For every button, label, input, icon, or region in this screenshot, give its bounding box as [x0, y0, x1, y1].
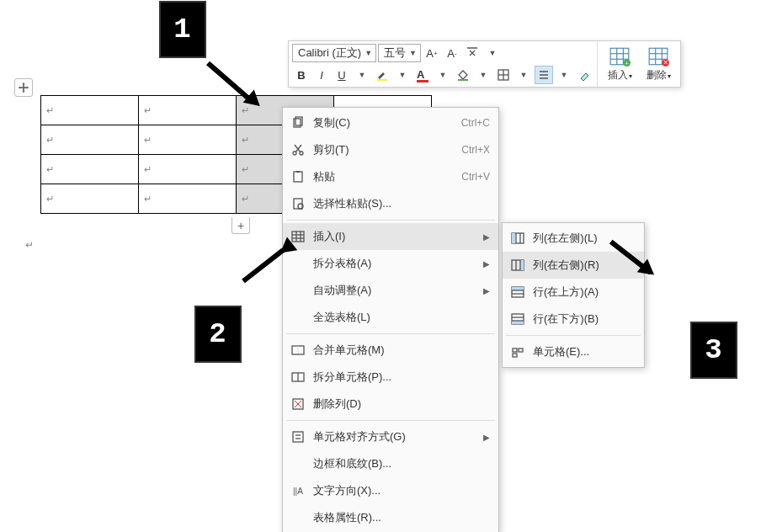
submenu-item-col-right[interactable]: 列(在右侧)(R) — [503, 252, 644, 279]
menu-item-table-props[interactable]: 表格属性(R)... — [283, 504, 498, 531]
table-cell[interactable] — [41, 155, 139, 184]
cell-icon — [509, 343, 526, 360]
insert-label: 插入 — [608, 69, 628, 81]
clear-format-button[interactable] — [463, 44, 482, 62]
delete-large-button[interactable]: × 删除▾ — [640, 45, 677, 84]
underline-button[interactable]: U — [333, 66, 351, 84]
font-color-button[interactable]: A — [413, 66, 432, 84]
svg-rect-29 — [296, 171, 300, 173]
paste-icon — [290, 168, 306, 185]
svg-rect-64 — [513, 348, 517, 352]
split-icon — [290, 369, 306, 386]
mini-toolbar: Calibri (正文) ▼ 五号 ▼ A+ A- ▼ B I U ▼ ▼ — [288, 40, 681, 88]
table-cell[interactable] — [41, 96, 139, 125]
font-color-dropdown-icon[interactable]: ▼ — [434, 66, 452, 84]
menu-item-split-table[interactable]: 拆分表格(A) ▶ — [283, 250, 498, 277]
eraser-button[interactable] — [575, 66, 593, 84]
shortcut-text: Ctrl+X — [461, 144, 490, 156]
submenu-arrow-icon: ▶ — [483, 259, 490, 269]
borders-dropdown-icon[interactable]: ▼ — [514, 66, 533, 84]
paragraph-mark: ↵ — [25, 239, 34, 251]
table-cell[interactable] — [41, 184, 139, 214]
svg-rect-0 — [377, 79, 387, 81]
borders-button[interactable] — [494, 66, 513, 84]
shading-button[interactable] — [454, 66, 472, 84]
align-button[interactable] — [535, 66, 553, 84]
menu-item-copy[interactable]: 复制(C) Ctrl+C — [283, 109, 498, 136]
font-name-combo[interactable]: Calibri (正文) ▼ — [292, 44, 376, 62]
italic-button[interactable]: I — [312, 66, 331, 84]
svg-rect-32 — [292, 231, 304, 242]
chevron-down-icon: ▾ — [629, 72, 632, 80]
table-cell[interactable] — [139, 96, 237, 125]
add-row-handle[interactable]: + — [231, 217, 250, 234]
svg-text:+: + — [625, 59, 629, 66]
svg-rect-1 — [458, 79, 468, 81]
submenu-arrow-icon: ▶ — [483, 286, 490, 295]
col-left-icon — [509, 230, 526, 247]
submenu-arrow-icon: ▶ — [483, 433, 490, 442]
menu-item-merge-cells[interactable]: 合并单元格(M) — [283, 337, 498, 364]
copy-icon — [290, 114, 306, 131]
submenu-item-cell[interactable]: 单元格(E)... — [503, 338, 644, 365]
table-cell[interactable] — [139, 155, 237, 184]
svg-rect-66 — [513, 354, 517, 357]
col-right-icon — [509, 257, 526, 274]
context-menu: 复制(C) Ctrl+C 剪切(T) Ctrl+X 粘贴 Ctrl+V 选择性粘… — [282, 107, 499, 532]
menu-item-text-dir[interactable]: ||A 文字方向(X)... — [283, 477, 498, 504]
svg-rect-28 — [294, 172, 302, 182]
menu-item-paste[interactable]: 粘贴 Ctrl+V — [283, 163, 498, 190]
font-size-value: 五号 — [384, 45, 406, 61]
highlight-dropdown-icon[interactable]: ▼ — [393, 66, 412, 84]
underline-dropdown-icon[interactable]: ▼ — [353, 66, 371, 84]
menu-separator — [286, 333, 495, 334]
insert-large-button[interactable]: + 插入▾ — [601, 45, 638, 84]
svg-text:×: × — [663, 57, 668, 66]
svg-text:||A: ||A — [293, 487, 303, 496]
delete-col-icon — [290, 396, 306, 412]
menu-separator — [286, 420, 495, 421]
font-size-combo[interactable]: 五号 ▼ — [378, 44, 421, 62]
highlight-button[interactable] — [373, 66, 391, 84]
font-name-value: Calibri (正文) — [298, 45, 361, 61]
svg-rect-65 — [519, 348, 523, 352]
menu-item-cell-align[interactable]: 单元格对齐方式(G) ▶ — [283, 423, 498, 450]
table-move-handle[interactable] — [14, 78, 33, 97]
chevron-down-icon: ▾ — [668, 72, 671, 80]
shortcut-text: Ctrl+C — [461, 117, 490, 129]
bold-button[interactable]: B — [292, 66, 311, 84]
table-cell[interactable] — [139, 184, 237, 214]
cut-icon — [290, 141, 306, 158]
svg-rect-49 — [512, 233, 515, 243]
row-below-icon — [509, 311, 526, 327]
menu-item-cut[interactable]: 剪切(T) Ctrl+X — [283, 136, 498, 163]
submenu-item-row-below[interactable]: 行(在下方)(B) — [503, 306, 644, 332]
menu-item-borders[interactable]: 边框和底纹(B)... — [283, 450, 498, 477]
table-cell[interactable] — [41, 125, 139, 155]
svg-rect-44 — [293, 432, 303, 442]
menu-item-delete-col[interactable]: 删除列(D) — [283, 391, 498, 418]
menu-item-paste-special[interactable]: 选择性粘贴(S)... — [283, 190, 498, 217]
menu-item-select-all[interactable]: 全选表格(L) — [283, 304, 498, 331]
menu-item-autofit[interactable]: 自动调整(A) ▶ — [283, 277, 498, 304]
paste-special-icon — [290, 195, 306, 212]
text-dir-icon: ||A — [290, 482, 306, 499]
menu-item-split-cells[interactable]: 拆分单元格(P)... — [283, 364, 498, 391]
callout-2: 2 — [194, 306, 242, 363]
decrease-font-button[interactable]: A- — [443, 44, 461, 62]
menu-separator — [506, 335, 641, 336]
menu-separator — [286, 220, 495, 221]
submenu-arrow-icon: ▶ — [483, 232, 490, 242]
table-cell[interactable] — [139, 125, 237, 155]
callout-1: 1 — [159, 1, 206, 58]
callout-3: 3 — [690, 322, 737, 379]
menu-item-insert[interactable]: 插入(I) ▶ — [283, 223, 498, 250]
shading-dropdown-icon[interactable]: ▼ — [474, 66, 492, 84]
delete-label: 删除 — [647, 69, 667, 81]
align-dropdown-icon[interactable]: ▼ — [555, 66, 573, 84]
submenu-item-row-above[interactable]: 行(在上方)(A) — [503, 279, 644, 306]
toolbar-dropdown-icon[interactable]: ▼ — [483, 44, 502, 62]
row-above-icon — [509, 284, 526, 301]
increase-font-button[interactable]: A+ — [423, 44, 441, 62]
chevron-down-icon: ▼ — [365, 49, 372, 57]
